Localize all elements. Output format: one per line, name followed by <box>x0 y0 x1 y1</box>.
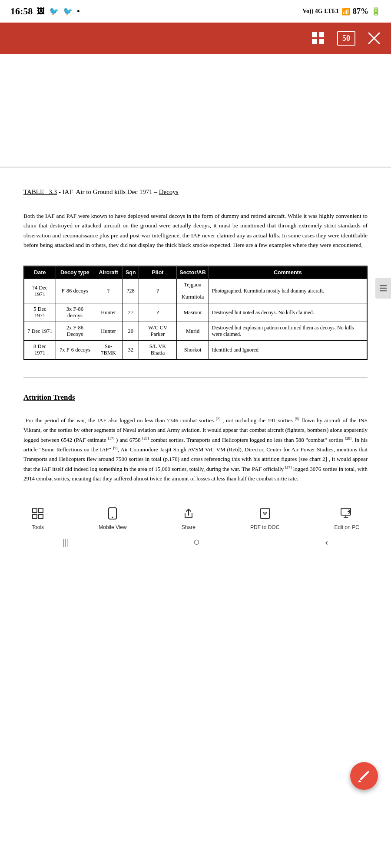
cell-decoy-type: F-86 decoys <box>56 279 94 303</box>
decoys-data-table: Date Decoy type Aircraft Sqn Pilot Secto… <box>24 266 367 359</box>
svg-rect-3 <box>319 39 324 44</box>
svg-rect-1 <box>319 32 324 37</box>
cell-sqn: 20 <box>123 322 139 341</box>
recent-apps-button[interactable]: ||| <box>63 536 68 548</box>
svg-rect-13 <box>33 514 37 519</box>
attrition-paragraph: For the period of the war, the IAF also … <box>23 416 368 483</box>
time-display: 16:58 <box>10 6 33 17</box>
svg-text:W: W <box>263 511 267 516</box>
pdf-to-doc-label: PDF to DOC <box>250 524 279 530</box>
col-sqn: Sqn <box>123 266 139 279</box>
camera-icon: 🖼 <box>37 7 45 16</box>
cell-comments: Identified and Ignored <box>209 341 367 359</box>
cell-pilot: ? <box>139 303 177 322</box>
svg-rect-14 <box>39 514 43 519</box>
cell-sector: Masroor <box>177 303 209 322</box>
nav-edit-on-pc[interactable]: Edit on PC <box>335 507 359 530</box>
battery-percent: 87% <box>353 7 368 16</box>
cell-comments: Photographed. Kurmitola mostly had dummy… <box>209 279 367 303</box>
cell-sqn: 27 <box>123 303 139 322</box>
twitter-icon-2: 🐦 <box>63 7 73 16</box>
battery-icon: 🔋 <box>371 7 381 16</box>
status-bar: 16:58 🖼 🐦 🐦 • Vo)) 4G LTE1 📶 87% 🔋 <box>0 0 391 23</box>
document-body: TABLE 3.3 - IAF Air to Ground kills Dec … <box>0 168 391 501</box>
cell-pilot: W/C CV Parker <box>139 322 177 341</box>
cell-pilot: S/L VK Bhatia <box>139 341 177 359</box>
cell-aircraft: Hunter <box>94 303 123 322</box>
col-sector-ab: Sector/AB <box>177 266 209 279</box>
cell-date: 7 Dec 1971 <box>24 322 56 341</box>
share-icon <box>182 507 195 522</box>
tools-label: Tools <box>32 524 44 530</box>
edit-on-pc-icon <box>340 507 353 522</box>
col-date: Date <box>24 266 56 279</box>
edit-on-pc-label: Edit on PC <box>335 524 359 530</box>
cell-decoy-type: 2x F-86 Decoys <box>56 322 94 341</box>
cell-date: 8 Dec1971 <box>24 341 56 359</box>
svg-rect-11 <box>33 508 37 513</box>
col-decoy-type: Decoy type <box>56 266 94 279</box>
nav-tools[interactable]: Tools <box>32 507 44 530</box>
cell-pilot: ? <box>139 279 177 303</box>
col-pilot: Pilot <box>139 266 177 279</box>
body-paragraph: Both the IAF and PAF were known to have … <box>23 211 368 250</box>
cell-aircraft: ? <box>94 279 123 303</box>
cell-sqn: 32 <box>123 341 139 359</box>
blank-area <box>0 54 391 167</box>
back-button[interactable]: ‹ <box>325 536 329 549</box>
cell-sqn: ?28 <box>123 279 139 303</box>
cell-sector-kurmitola: Kurmitola <box>177 291 209 303</box>
mobile-view-label: Mobile View <box>99 524 126 530</box>
mobile-view-icon <box>107 507 118 522</box>
table-label: TABLE 3.3 <box>23 188 57 196</box>
nav-share[interactable]: Share <box>182 507 196 530</box>
nav-items-container: Tools Mobile View Share <box>0 507 391 530</box>
network-info: Vo)) 4G LTE1 <box>302 8 339 15</box>
table-title-decoys: Decoys <box>159 188 179 196</box>
cell-aircraft: Su-7BMK <box>94 341 123 359</box>
edit-fab-button[interactable] <box>350 762 378 790</box>
svg-point-16 <box>112 517 113 518</box>
cell-sector: Shorkot <box>177 341 209 359</box>
table-row: 8 Dec1971 7x F-6 decoys Su-7BMK 32 S/L V… <box>24 341 367 359</box>
svg-rect-0 <box>312 32 317 37</box>
section-divider <box>23 377 368 378</box>
cell-sector: Murid <box>177 322 209 341</box>
tools-icon <box>32 507 44 522</box>
attrition-heading: Attrition Trends <box>23 393 368 402</box>
cell-date: 5 Dec1971 <box>24 303 56 322</box>
close-button[interactable] <box>368 32 381 45</box>
dot-indicator: • <box>77 7 80 16</box>
nav-pdf-to-doc[interactable]: W PDF to DOC <box>250 507 279 530</box>
main-content: TABLE 3.3 - IAF Air to Ground kills Dec … <box>0 54 391 501</box>
decoys-table: Date Decoy type Aircraft Sqn Pilot Secto… <box>23 266 368 360</box>
signal-icon: 📶 <box>341 7 350 16</box>
cell-decoy-type: 7x F-6 decoys <box>56 341 94 359</box>
grid-view-button[interactable] <box>311 31 325 45</box>
pdf-to-doc-icon: W <box>259 507 271 522</box>
col-aircraft: Aircraft <box>94 266 123 279</box>
home-button[interactable]: ○ <box>193 536 200 549</box>
table-header-row: Date Decoy type Aircraft Sqn Pilot Secto… <box>24 266 367 279</box>
table-row: 5 Dec1971 3x F-86 decoys Hunter 27 ? Mas… <box>24 303 367 322</box>
col-comments: Comments <box>209 266 367 279</box>
scroll-indicator <box>375 278 391 299</box>
table-title: TABLE 3.3 - IAF Air to Ground kills Dec … <box>23 188 368 196</box>
svg-rect-12 <box>39 508 43 513</box>
cell-date: ?4 Dec 1971 <box>24 279 56 303</box>
android-nav-bar: ||| ○ ‹ <box>0 530 391 556</box>
twitter-icon: 🐦 <box>49 7 59 16</box>
cell-sector-tejgaon: Tejgaon <box>177 279 209 291</box>
status-right: Vo)) 4G LTE1 📶 87% 🔋 <box>302 7 381 16</box>
nav-mobile-view[interactable]: Mobile View <box>99 507 126 530</box>
svg-rect-2 <box>312 39 317 44</box>
top-toolbar: 50 <box>0 23 391 54</box>
table-title-dash: - IAF Air to Ground kills Dec 1971 – <box>57 188 159 196</box>
status-left: 16:58 🖼 🐦 🐦 • <box>10 6 80 17</box>
cell-aircraft: Hunter <box>94 322 123 341</box>
page-number-display: 50 <box>337 31 355 46</box>
cell-decoy-type: 3x F-86 decoys <box>56 303 94 322</box>
table-row: ?4 Dec 1971 F-86 decoys ? ?28 ? Tejgaon … <box>24 279 367 291</box>
cell-comments: Destroyed but explosion pattern confirme… <box>209 322 367 341</box>
share-label: Share <box>182 524 196 530</box>
